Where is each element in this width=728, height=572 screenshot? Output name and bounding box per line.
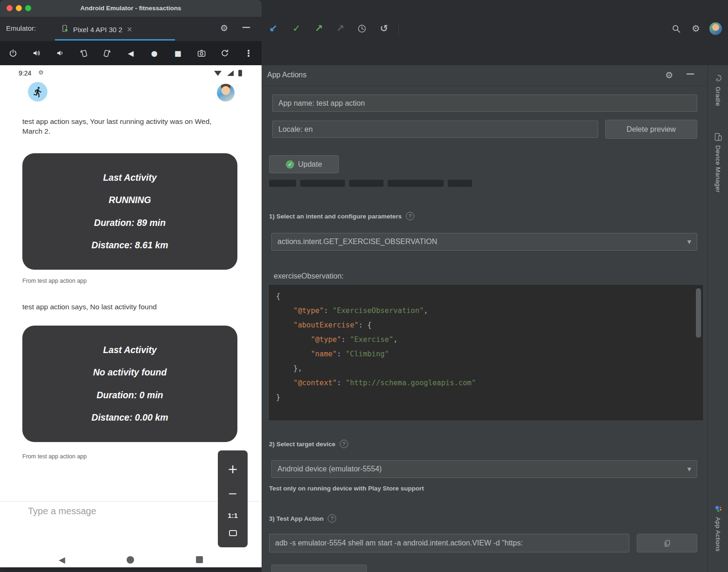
json-editor[interactable]: { "@type": "ExerciseObservation", "about… xyxy=(269,285,703,420)
assistant-bot-avatar xyxy=(28,82,47,102)
step-1-label: 1) Select an intent and configure parame… xyxy=(269,212,414,220)
tool-strip-device-manager[interactable]: Device Manager xyxy=(714,132,723,193)
json-editor-code: { "@type": "ExerciseObservation", "about… xyxy=(276,289,702,405)
editor-scrollbar[interactable] xyxy=(696,288,701,338)
locale-field[interactable]: Locale: en xyxy=(272,121,598,138)
device-note: Test only on running device with Play St… xyxy=(269,485,424,492)
history-clock-icon[interactable] xyxy=(355,21,369,35)
zoom-in-button[interactable]: + xyxy=(228,462,238,476)
push-arrow-icon[interactable]: ↗ xyxy=(312,21,326,35)
tool-strip-app-actions[interactable]: App Actions xyxy=(714,504,723,552)
snapshots-button[interactable] xyxy=(219,48,230,59)
step-1-text: 1) Select an intent and configure parame… xyxy=(269,213,402,220)
card-activity: RUNNING xyxy=(109,195,151,205)
intent-dropdown-value: actions.intent.GET_EXERCISE_OBSERVATION xyxy=(277,238,437,246)
undo-icon[interactable]: ↺ xyxy=(377,21,391,35)
update-button[interactable]: ✓ Update xyxy=(269,155,339,173)
search-icon[interactable] xyxy=(669,21,683,35)
emulator-control-bar: ◀ ● ■ ⋮ xyxy=(0,41,262,65)
device-note-text: Test only on running device with Play St… xyxy=(269,485,424,492)
zoom-out-button[interactable]: − xyxy=(228,487,238,500)
settings-gear-icon[interactable]: ⚙ xyxy=(689,21,703,35)
rotate-left-button[interactable] xyxy=(78,48,89,59)
emulator-zoom-panel: + − 1:1 xyxy=(218,450,248,547)
more-options-icon[interactable]: ⋮ xyxy=(243,48,254,59)
card-distance: Distance: 8.61 km xyxy=(92,240,169,251)
window-title: Android Emulator - fitnessactions xyxy=(0,5,262,12)
toolbar-separator xyxy=(398,23,399,34)
power-button[interactable] xyxy=(7,48,19,59)
chevron-down-icon: ▼ xyxy=(688,239,691,245)
intent-dropdown[interactable]: actions.intent.GET_EXERCISE_OBSERVATION … xyxy=(271,233,697,251)
emulator-settings-gear-icon[interactable]: ⚙ xyxy=(220,23,228,33)
copy-command-button[interactable] xyxy=(637,534,697,552)
panel-header: App Actions ⚙ — xyxy=(262,65,708,86)
tool-strip-app-actions-label: App Actions xyxy=(715,517,721,552)
profile-avatar[interactable] xyxy=(709,22,722,35)
help-icon[interactable]: ? xyxy=(340,440,348,448)
status-bar-time: 9:24 xyxy=(19,69,31,77)
panel-title: App Actions xyxy=(267,71,307,79)
android-studio-window: ↙ ✓ ↗ ↗ ↺ ⚙ App Actions ⚙ — App name: te… xyxy=(262,0,728,572)
wifi-icon xyxy=(214,71,222,76)
phone-tab-icon xyxy=(61,24,69,34)
emulator-minimize-icon[interactable]: — xyxy=(242,22,250,32)
card-duration: Duration: 0 min xyxy=(96,390,163,401)
delete-preview-button[interactable]: Delete preview xyxy=(605,120,697,139)
app-actions-assistant-icon xyxy=(714,504,723,513)
parameter-name-label: exerciseObservation: xyxy=(274,272,344,280)
card-activity: No activity found xyxy=(93,367,167,378)
app-actions-panel: App Actions ⚙ — App name: test app actio… xyxy=(262,65,708,572)
emulator-window: Android Emulator - fitnessactions Emulat… xyxy=(0,0,262,567)
card-duration: Duration: 89 min xyxy=(94,218,166,228)
commit-check-icon[interactable]: ✓ xyxy=(290,21,303,35)
step-2-text: 2) Select target device xyxy=(269,441,336,448)
activity-card: Last Activity No activity found Duration… xyxy=(22,326,237,442)
gradle-icon xyxy=(714,74,723,83)
home-button[interactable]: ● xyxy=(149,48,160,59)
nav-back-button[interactable]: ◀ xyxy=(59,555,65,565)
tool-strip-gradle-label: Gradle xyxy=(715,87,721,106)
screenshot-camera-button[interactable] xyxy=(196,48,207,59)
emulator-toolbar: Emulator: Pixel 4 API 30 2 × ⚙ — xyxy=(0,17,262,41)
rotate-right-button[interactable] xyxy=(101,48,113,59)
card-title: Last Activity xyxy=(103,172,156,183)
battery-icon xyxy=(238,70,242,76)
device-manager-icon xyxy=(714,132,723,142)
app-name-field[interactable]: App name: test app action xyxy=(272,95,697,112)
chevron-down-icon: ▼ xyxy=(688,466,691,472)
update-button-label: Update xyxy=(298,160,322,169)
tab-close-icon[interactable]: × xyxy=(127,25,133,34)
tab-active-underline xyxy=(55,39,175,41)
attach-debugger-icon[interactable]: ↙ xyxy=(266,21,280,35)
update-arrow-icon-disabled: ↗ xyxy=(333,21,347,35)
phone-screen: 9:24 ⚙ test app action says, Your last r… xyxy=(0,65,262,567)
help-icon[interactable]: ? xyxy=(328,514,336,523)
adb-command-field[interactable]: adb -s emulator-5554 shell am start -a a… xyxy=(269,534,629,552)
from-app-label: From test app action app xyxy=(22,453,87,460)
panel-minimize-icon[interactable]: — xyxy=(686,68,694,78)
tab-pixel-4-api-30-2[interactable]: Pixel 4 API 30 2 × xyxy=(61,20,132,39)
from-app-label: From test app action app xyxy=(22,278,87,284)
nav-recents-button[interactable] xyxy=(196,556,203,563)
tool-window-strip: Gradle Device Manager App Actions xyxy=(708,65,728,572)
copy-icon xyxy=(663,539,671,547)
emulator-label: Emulator: xyxy=(6,24,36,32)
help-icon[interactable]: ? xyxy=(406,212,414,220)
step-3-label: 3) Test App Action ? xyxy=(269,514,336,523)
target-device-dropdown[interactable]: Android device (emulator-5554) ▼ xyxy=(271,460,697,478)
fit-to-window-icon[interactable] xyxy=(229,530,237,536)
tool-strip-device-manager-label: Device Manager xyxy=(715,145,721,193)
chat-message: test app action says, Your last running … xyxy=(22,116,223,136)
back-button[interactable]: ◀ xyxy=(125,48,136,59)
zoom-reset-button[interactable]: 1:1 xyxy=(228,511,238,519)
run-app-action-button-partial[interactable] xyxy=(271,565,367,572)
message-input[interactable] xyxy=(28,506,182,517)
overview-button[interactable]: ■ xyxy=(172,48,183,59)
volume-up-button[interactable] xyxy=(31,48,42,59)
volume-down-button[interactable] xyxy=(54,48,66,59)
panel-settings-gear-icon[interactable]: ⚙ xyxy=(665,70,673,80)
tool-strip-gradle[interactable]: Gradle xyxy=(714,74,723,106)
nav-home-button[interactable] xyxy=(127,556,134,564)
signal-icon xyxy=(227,70,234,76)
